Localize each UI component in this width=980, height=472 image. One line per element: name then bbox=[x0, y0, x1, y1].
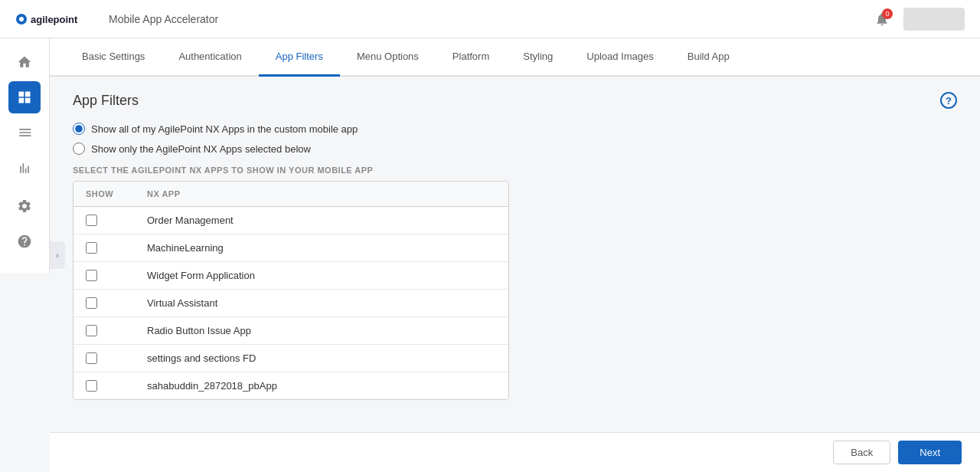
cell-app-1: MachineLearning bbox=[135, 234, 508, 261]
radio-group: Show all of my AgilePoint NX Apps in the… bbox=[73, 123, 957, 155]
radio-show-selected[interactable]: Show only the AgilePoint NX Apps selecte… bbox=[73, 143, 957, 155]
user-avatar bbox=[903, 8, 965, 31]
sidebar-bottom bbox=[8, 190, 41, 265]
table-row: sahabuddin_2872018_pbApp bbox=[74, 372, 508, 399]
cell-app-4: Radio Button Issue App bbox=[135, 317, 508, 344]
cell-show-0 bbox=[74, 207, 135, 234]
tab-app-filters[interactable]: App Filters bbox=[259, 38, 340, 77]
cell-app-0: Order Management bbox=[135, 207, 508, 234]
cell-app-5: settings and sections FD bbox=[135, 345, 508, 372]
radio-show-all-input[interactable] bbox=[73, 123, 85, 135]
app-checkbox-0[interactable] bbox=[86, 215, 97, 226]
app-checkbox-6[interactable] bbox=[86, 380, 97, 392]
cell-app-6: sahabuddin_2872018_pbApp bbox=[135, 372, 508, 399]
tab-styling[interactable]: Styling bbox=[506, 38, 570, 77]
header: agilepoint Mobile App Accelerator 0 bbox=[0, 0, 980, 38]
tab-upload-images[interactable]: Upload Images bbox=[570, 38, 670, 77]
app-checkbox-2[interactable] bbox=[86, 270, 97, 281]
svg-point-1 bbox=[19, 17, 24, 21]
logo: agilepoint bbox=[15, 8, 100, 30]
app-table: SHOW NX APP Order Management MachineLear… bbox=[73, 181, 509, 400]
cell-show-5 bbox=[74, 345, 135, 372]
sidebar-item-home[interactable] bbox=[8, 46, 41, 78]
table-row: settings and sections FD bbox=[74, 345, 508, 372]
cell-show-2 bbox=[74, 262, 135, 289]
col-header-app: NX APP bbox=[135, 182, 508, 206]
home-icon bbox=[17, 54, 32, 70]
help-icon bbox=[17, 234, 32, 249]
apps-icon bbox=[17, 125, 32, 140]
footer: Back Next bbox=[50, 432, 980, 472]
tab-authentication[interactable]: Authentication bbox=[162, 38, 258, 77]
sidebar-expand-button[interactable]: › bbox=[50, 241, 65, 269]
tab-platform[interactable]: Platform bbox=[436, 38, 506, 77]
svg-text:agilepoint: agilepoint bbox=[31, 14, 78, 25]
app-checkbox-5[interactable] bbox=[86, 352, 97, 364]
table-row: Order Management bbox=[74, 207, 508, 234]
cell-app-2: Widget Form Application bbox=[135, 262, 508, 289]
table-header: SHOW NX APP bbox=[74, 182, 508, 207]
sidebar-item-dashboard[interactable] bbox=[8, 81, 41, 113]
tab-basic-settings[interactable]: Basic Settings bbox=[65, 38, 162, 77]
cell-app-3: Virtual Assistant bbox=[135, 290, 508, 316]
page-header: App Filters ? bbox=[73, 92, 957, 109]
agilepoint-logo: agilepoint bbox=[15, 8, 100, 30]
page-content: App Filters ? Show all of my AgilePoint … bbox=[50, 77, 980, 432]
radio-show-selected-label: Show only the AgilePoint NX Apps selecte… bbox=[91, 143, 311, 155]
table-body: Order Management MachineLearning Widget … bbox=[74, 207, 508, 399]
cell-show-3 bbox=[74, 290, 135, 316]
grid-icon bbox=[17, 90, 32, 105]
page-title: App Filters bbox=[73, 93, 139, 109]
table-row: Radio Button Issue App bbox=[74, 317, 508, 345]
sidebar-item-reports[interactable] bbox=[8, 152, 41, 184]
app-checkbox-4[interactable] bbox=[86, 325, 97, 336]
tab-menu-options[interactable]: Menu Options bbox=[340, 38, 436, 77]
sidebar-item-apps[interactable] bbox=[8, 116, 41, 149]
radio-show-all[interactable]: Show all of my AgilePoint NX Apps in the… bbox=[73, 123, 957, 135]
tabs-bar: Basic Settings Authentication App Filter… bbox=[50, 38, 980, 77]
notification-badge: 0 bbox=[882, 8, 893, 19]
content-area: Basic Settings Authentication App Filter… bbox=[50, 38, 980, 472]
app-checkbox-3[interactable] bbox=[86, 297, 97, 309]
header-left: agilepoint Mobile App Accelerator bbox=[15, 8, 218, 30]
chart-icon bbox=[17, 160, 32, 175]
settings-icon bbox=[17, 198, 32, 214]
header-right: 0 bbox=[870, 7, 965, 31]
notification-button[interactable]: 0 bbox=[870, 7, 894, 31]
table-row: MachineLearning bbox=[74, 234, 508, 262]
table-section-label: SELECT THE AGILEPOINT NX APPS TO SHOW IN… bbox=[73, 166, 957, 175]
help-circle-button[interactable]: ? bbox=[940, 92, 957, 109]
main-layout: › Basic Settings Authentication App Filt… bbox=[0, 38, 980, 472]
radio-show-selected-input[interactable] bbox=[73, 143, 85, 155]
table-row: Virtual Assistant bbox=[74, 290, 508, 317]
cell-show-1 bbox=[74, 234, 135, 261]
sidebar-item-settings[interactable] bbox=[8, 190, 41, 222]
app-checkbox-1[interactable] bbox=[86, 242, 97, 254]
next-button[interactable]: Next bbox=[898, 441, 962, 464]
sidebar-container: › bbox=[0, 38, 50, 472]
back-button[interactable]: Back bbox=[833, 441, 890, 464]
sidebar-item-help[interactable] bbox=[8, 225, 41, 257]
table-row: Widget Form Application bbox=[74, 262, 508, 290]
radio-show-all-label: Show all of my AgilePoint NX Apps in the… bbox=[91, 123, 358, 135]
cell-show-6 bbox=[74, 372, 135, 399]
cell-show-4 bbox=[74, 317, 135, 344]
tab-build-app[interactable]: Build App bbox=[671, 38, 746, 77]
sidebar bbox=[0, 38, 50, 273]
col-header-show: SHOW bbox=[74, 182, 135, 206]
app-title: Mobile App Accelerator bbox=[109, 13, 218, 25]
